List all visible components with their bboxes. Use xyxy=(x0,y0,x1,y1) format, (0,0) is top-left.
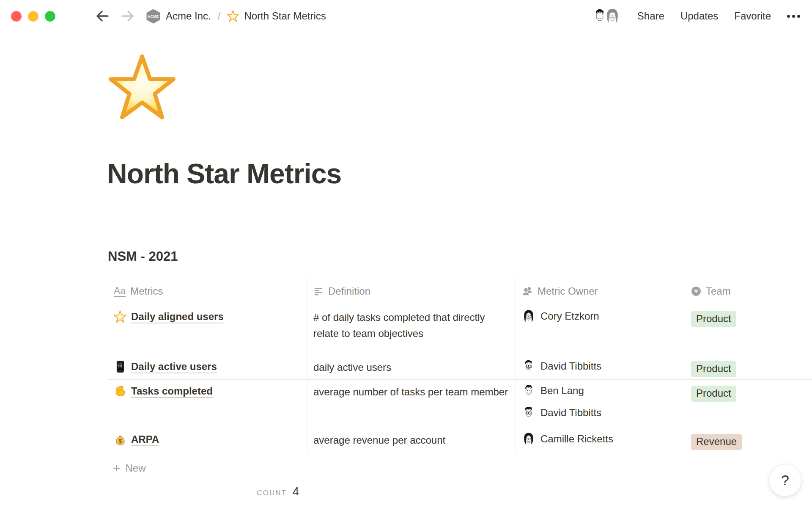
team-cell[interactable]: Revenue xyxy=(685,426,812,454)
team-cell[interactable]: Product xyxy=(685,355,812,380)
sidebar-menu-icon[interactable] xyxy=(69,11,84,22)
team-tag[interactable]: Revenue xyxy=(691,434,742,450)
owner-cell[interactable]: Cory Etzkorn xyxy=(516,305,685,355)
title-icon: Aa xyxy=(114,285,126,297)
count-label: COUNT xyxy=(257,489,287,497)
table-row-metric-arpa[interactable]: ARPA xyxy=(108,426,307,454)
page-icon-star[interactable] xyxy=(109,54,176,121)
breadcrumb-page[interactable]: North Star Metrics xyxy=(244,10,326,22)
metric-link[interactable]: Daily active users xyxy=(131,359,217,374)
column-calculation-count[interactable]: COUNT 4 xyxy=(108,485,299,498)
column-header-definition[interactable]: Definition xyxy=(307,277,516,305)
team-tag[interactable]: Product xyxy=(691,386,736,402)
minimize-window-button[interactable] xyxy=(28,11,38,22)
avatar-david-tibbitts xyxy=(522,359,535,373)
metric-link[interactable]: Tasks completed xyxy=(131,384,213,398)
forward-arrow-icon[interactable] xyxy=(121,10,135,22)
owner-cell[interactable]: Ben Lang David Tibbitts xyxy=(516,380,685,426)
team-tag[interactable]: Product xyxy=(691,361,736,377)
owner-name: David Tibbitts xyxy=(540,359,601,373)
owner-name: Cory Etzkorn xyxy=(540,309,599,323)
column-header-team[interactable]: Team xyxy=(685,277,812,305)
table-row-metric-daily-active-users[interactable]: Daily active users xyxy=(108,355,307,380)
plus-icon: + xyxy=(113,463,121,474)
definition-cell[interactable]: daily active users xyxy=(307,355,516,380)
metric-link[interactable]: ARPA xyxy=(131,432,159,447)
column-header-metrics[interactable]: Aa Metrics xyxy=(108,277,307,305)
database-section-title[interactable]: NSM - 2021 xyxy=(108,249,178,264)
breadcrumb-separator: / xyxy=(218,10,221,22)
svg-text:ACME: ACME xyxy=(148,15,159,19)
table-row-metric-tasks-completed[interactable]: Tasks completed xyxy=(108,380,307,426)
text-lines-icon xyxy=(313,286,324,296)
favorite-button[interactable]: Favorite xyxy=(734,10,771,22)
avatar-woman-sketch[interactable] xyxy=(604,7,621,25)
money-bag-icon xyxy=(114,433,126,446)
people-icon xyxy=(522,286,533,297)
star-icon xyxy=(227,10,239,22)
avatar-camille-ricketts xyxy=(522,432,535,446)
team-tag[interactable]: Product xyxy=(691,311,736,327)
mobile-phone-icon xyxy=(114,360,126,373)
flexed-biceps-icon xyxy=(114,385,126,398)
table-row-metric-daily-aligned-users[interactable]: Daily aligned users xyxy=(108,305,307,355)
avatar-ben-lang xyxy=(522,384,535,398)
owner-cell[interactable]: Camille Ricketts xyxy=(516,426,685,454)
close-window-button[interactable] xyxy=(11,11,22,22)
column-header-metric-owner[interactable]: Metric Owner xyxy=(516,277,685,305)
avatar-cory-etzkorn xyxy=(522,309,535,323)
new-row-button[interactable]: + New xyxy=(108,454,812,482)
help-button[interactable]: ? xyxy=(769,464,801,497)
share-button[interactable]: Share xyxy=(637,10,664,22)
traffic-lights xyxy=(11,11,55,22)
back-arrow-icon[interactable] xyxy=(95,10,110,22)
window-titlebar: ACME Acme Inc. / North Star Metrics xyxy=(0,0,812,32)
definition-cell[interactable]: average number of tasks per team member xyxy=(307,380,516,426)
owner-name: Camille Ricketts xyxy=(540,432,613,446)
count-value: 4 xyxy=(293,485,299,498)
updates-button[interactable]: Updates xyxy=(680,10,718,22)
team-cell[interactable]: Product xyxy=(685,380,812,426)
metric-link[interactable]: Daily aligned users xyxy=(131,309,224,324)
presence-avatars[interactable] xyxy=(591,7,621,25)
avatar-david-tibbitts xyxy=(522,406,535,420)
owner-name: David Tibbitts xyxy=(540,406,601,420)
definition-cell[interactable]: average revenue per account xyxy=(307,426,516,454)
metrics-table: Aa Metrics Definition Metric Owner xyxy=(108,277,812,482)
breadcrumb-workspace[interactable]: Acme Inc. xyxy=(166,10,211,22)
more-options-icon[interactable] xyxy=(787,15,800,18)
select-dropdown-icon xyxy=(691,286,701,296)
owner-name: Ben Lang xyxy=(540,384,584,398)
team-cell[interactable]: Product xyxy=(685,305,812,355)
question-mark-icon: ? xyxy=(781,472,789,489)
workspace-logo-icon[interactable]: ACME xyxy=(146,9,161,24)
owner-cell[interactable]: David Tibbitts xyxy=(516,355,685,380)
zoom-window-button[interactable] xyxy=(45,11,55,22)
page-title[interactable]: North Star Metrics xyxy=(107,157,341,190)
breadcrumb: ACME Acme Inc. / North Star Metrics xyxy=(146,9,326,24)
star-icon xyxy=(114,310,126,323)
definition-cell[interactable]: # of daily tasks completed that directly… xyxy=(307,305,516,355)
